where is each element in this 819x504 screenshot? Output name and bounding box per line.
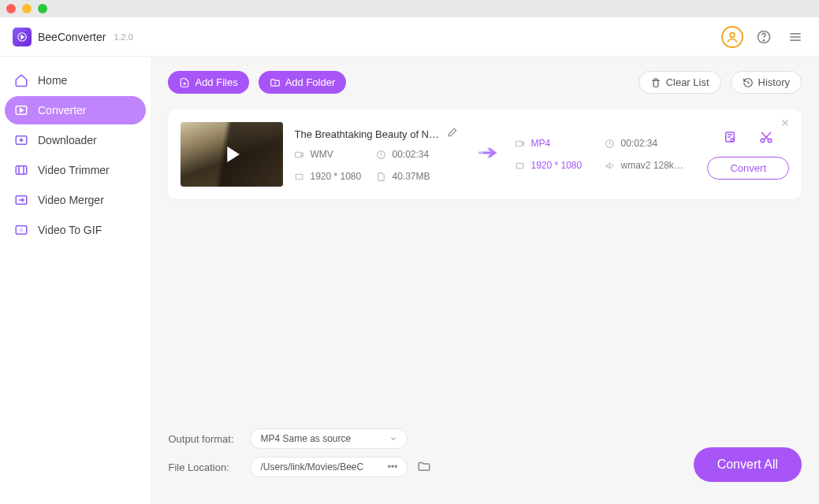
dst-resolution[interactable]: 1920 * 1080: [515, 160, 601, 171]
svg-rect-11: [16, 166, 27, 175]
sidebar-item-merger[interactable]: Video Merger: [5, 186, 146, 214]
home-icon: [14, 73, 28, 87]
audio-icon: [605, 161, 615, 171]
play-icon: [218, 141, 245, 168]
convert-button[interactable]: Convert: [707, 157, 789, 180]
sidebar-item-converter[interactable]: Converter: [5, 96, 146, 124]
merger-icon: [14, 193, 28, 207]
svg-marker-9: [20, 109, 24, 113]
window-maximize-button[interactable]: [38, 4, 47, 13]
trash-icon: [650, 77, 661, 88]
output-format-select[interactable]: MP4 Same as source: [250, 428, 408, 449]
svg-rect-20: [296, 152, 302, 158]
app-logo: [13, 28, 32, 46]
add-files-button[interactable]: Add Files: [168, 71, 248, 94]
gif-icon: G: [14, 223, 28, 237]
sidebar-item-label: Video Merger: [38, 194, 104, 206]
convert-all-button[interactable]: Convert All: [694, 447, 802, 482]
converter-icon: [14, 103, 28, 117]
account-icon[interactable]: [721, 26, 743, 48]
file-plus-icon: [179, 77, 190, 88]
src-duration: 00:02:34: [376, 149, 463, 160]
svg-rect-25: [517, 163, 524, 169]
chevron-down-icon: [389, 435, 397, 443]
svg-rect-22: [296, 174, 303, 180]
file-location-field[interactable]: /Users/link/Movies/BeeC •••: [250, 457, 408, 477]
cut-icon[interactable]: [759, 130, 773, 147]
file-title: The Breathtaking Beauty of N…: [294, 128, 439, 140]
video-icon: [515, 139, 525, 149]
content-area: Add Files Add Folder Clear List History: [151, 57, 819, 504]
resolution-icon: [294, 172, 304, 182]
sidebar-item-label: Converter: [38, 104, 86, 117]
svg-marker-1: [21, 35, 24, 39]
browse-path-icon[interactable]: •••: [388, 461, 398, 472]
folder-plus-icon: [270, 77, 281, 88]
src-resolution: 1920 * 1080: [294, 171, 373, 182]
window-minimize-button[interactable]: [22, 4, 32, 13]
history-icon: [743, 77, 754, 88]
trimmer-icon: [14, 163, 28, 177]
svg-rect-23: [516, 141, 523, 146]
sidebar-item-label: Video To GIF: [38, 224, 102, 236]
svg-point-4: [763, 39, 764, 40]
dst-duration: 00:02:34: [605, 138, 691, 149]
add-folder-button[interactable]: Add Folder: [259, 71, 347, 94]
file-card: The Breathtaking Beauty of N… WMV 00:02:…: [168, 109, 802, 199]
app-header: BeeConverter 1.2.0: [0, 17, 819, 57]
window-titlebar: [0, 0, 819, 17]
clear-list-button[interactable]: Clear List: [638, 71, 721, 94]
conversion-arrow-icon: [477, 145, 501, 164]
file-location-label: File Location:: [168, 461, 240, 473]
sidebar-item-label: Home: [38, 74, 67, 87]
src-format: WMV: [294, 149, 373, 160]
download-icon: [14, 133, 28, 147]
bottom-bar: Output format: MP4 Same as source File L…: [151, 419, 819, 504]
open-folder-icon[interactable]: [417, 459, 431, 476]
file-icon: [376, 172, 386, 182]
dst-format[interactable]: MP4: [515, 138, 601, 149]
resolution-icon: [515, 161, 525, 171]
svg-point-2: [730, 32, 735, 37]
sidebar-item-gif[interactable]: G Video To GIF: [5, 216, 146, 244]
video-thumbnail[interactable]: [181, 122, 283, 187]
clock-icon: [605, 139, 615, 149]
close-card-icon[interactable]: [780, 117, 791, 132]
svg-text:G: G: [20, 228, 23, 232]
video-icon: [294, 150, 304, 160]
app-version: 1.2.0: [114, 32, 132, 42]
output-format-label: Output format:: [168, 433, 240, 445]
svg-point-31: [768, 139, 772, 143]
clock-icon: [376, 150, 386, 160]
sidebar-item-downloader[interactable]: Downloader: [5, 126, 146, 154]
svg-marker-19: [228, 146, 240, 162]
svg-point-27: [731, 138, 734, 141]
svg-point-30: [761, 139, 765, 143]
sidebar-item-home[interactable]: Home: [5, 66, 146, 94]
help-icon[interactable]: [753, 26, 775, 48]
sidebar-item-label: Video Trimmer: [38, 164, 110, 176]
sidebar-item-trimmer[interactable]: Video Trimmer: [5, 156, 146, 184]
app-name: BeeConverter: [38, 31, 106, 43]
menu-icon[interactable]: [784, 26, 806, 48]
content-toolbar: Add Files Add Folder Clear List History: [151, 57, 819, 103]
dst-audio: wmav2 128k…: [605, 160, 691, 171]
src-size: 40.37MB: [376, 171, 463, 182]
edit-title-icon[interactable]: [447, 127, 458, 141]
settings-icon[interactable]: [723, 130, 737, 147]
sidebar: Home Converter Downloader Video Trimmer …: [0, 57, 151, 504]
window-close-button[interactable]: [6, 4, 16, 13]
sidebar-item-label: Downloader: [38, 134, 97, 146]
history-button[interactable]: History: [731, 71, 802, 94]
